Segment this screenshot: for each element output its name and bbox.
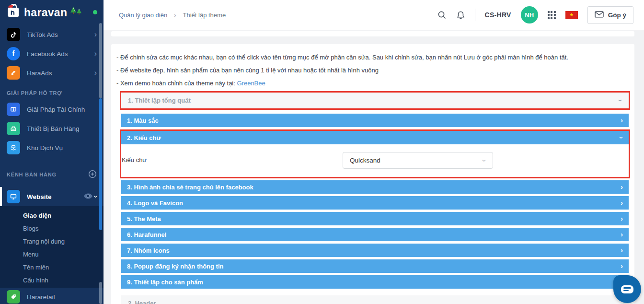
sidebar-item-hararetail[interactable]: Hararetail bbox=[0, 288, 104, 304]
sidebar-item-website[interactable]: Website bbox=[0, 187, 104, 206]
chevron-right-icon bbox=[621, 183, 623, 191]
font-family-select[interactable]: Quicksand bbox=[343, 152, 493, 169]
vietnam-flag-icon[interactable] bbox=[565, 11, 578, 19]
submenu-item-blogs[interactable]: Blogs bbox=[0, 222, 104, 235]
logo-wordmark: haravan bbox=[24, 6, 67, 19]
chat-bubble-icon bbox=[621, 285, 633, 293]
instruction-line-3: - Xem demo hoàn chỉnh của theme này tại:… bbox=[116, 79, 629, 88]
section-support-solutions: GIẢI PHÁP HỖ TRỢ bbox=[0, 82, 104, 100]
accordion-item-label: 4. Logo và Favicon bbox=[127, 199, 183, 207]
haravan-bag-icon bbox=[6, 4, 22, 21]
card-top-sliver bbox=[111, 31, 634, 36]
envelope-icon bbox=[595, 11, 604, 19]
sidebar: haravan TikTo bbox=[0, 0, 104, 304]
chevron-right-icon bbox=[621, 215, 623, 222]
accordion-item-label: 6. Harafunnel bbox=[127, 231, 166, 238]
chevron-right-icon bbox=[621, 117, 623, 124]
haravan-logo[interactable]: haravan bbox=[0, 0, 104, 25]
sidebar-item-pos-devices[interactable]: Thiết Bị Bán Hàng bbox=[0, 119, 104, 138]
theme-settings-card: - Để chỉnh sửa các mục khác nhau, bạn có… bbox=[111, 44, 634, 304]
chevron-down-icon bbox=[618, 137, 626, 139]
accordion-item-label: 9. Thiết lập cho sản phẩm bbox=[127, 279, 203, 286]
font-select-value: Quicksand bbox=[350, 157, 380, 164]
section-title: GIẢI PHÁP HỖ TRỢ bbox=[7, 90, 62, 96]
chevron-right-icon bbox=[94, 31, 97, 38]
section-sales-channels: KÊNH BÁN HÀNG bbox=[0, 157, 104, 183]
tiktok-icon bbox=[7, 28, 20, 41]
website-icon bbox=[7, 190, 20, 203]
submenu-item-menu[interactable]: Menu bbox=[0, 248, 104, 261]
accordion-item-facebook-share-image[interactable]: 3. Hình ảnh chia sẻ trang chủ lên facebo… bbox=[121, 180, 629, 194]
pos-device-icon bbox=[7, 122, 20, 135]
haraads-icon bbox=[7, 66, 20, 80]
chevron-right-icon bbox=[621, 199, 623, 207]
chat-widget-button[interactable] bbox=[613, 275, 641, 303]
hararetail-tag-icon bbox=[7, 290, 20, 304]
topbar-divider bbox=[475, 9, 475, 21]
facebook-icon: f bbox=[7, 47, 20, 60]
user-avatar[interactable]: NH bbox=[521, 6, 538, 23]
breadcrumb-separator-icon bbox=[174, 12, 176, 19]
accordion-item-harafunnel[interactable]: 6. Harafunnel bbox=[121, 228, 629, 241]
accordion-item-typography[interactable]: 2. Kiểu chữ bbox=[121, 131, 629, 144]
accordion-item-label: 2. Kiểu chữ bbox=[127, 134, 161, 141]
christmas-trees-icon bbox=[69, 5, 82, 20]
topbar: Quản lý giao diện Thiết lập theme CS-HRV… bbox=[104, 0, 644, 30]
add-channel-button[interactable] bbox=[88, 170, 97, 179]
sidebar-item-label: HaraAds bbox=[27, 70, 52, 77]
account-name[interactable]: CS-HRV bbox=[485, 11, 511, 19]
submenu-item-trang-noi-dung[interactable]: Trang nội dung bbox=[0, 235, 104, 248]
accordion: 1. Thiết lập tổng quát 1. Màu sắc 2. Kiể… bbox=[121, 91, 629, 304]
sidebar-item-label: Giải Pháp Tài Chính bbox=[27, 106, 85, 113]
accordion-group-label: 2. Header bbox=[128, 300, 156, 304]
accordion-item-icon-groups[interactable]: 7. Nhóm Icons bbox=[121, 244, 629, 257]
chevron-right-icon bbox=[621, 231, 623, 238]
sidebar-scrollbar[interactable] bbox=[99, 282, 102, 304]
online-status-dot bbox=[93, 10, 97, 14]
sidebar-item-haraads[interactable]: HaraAds bbox=[0, 63, 104, 82]
accordion-group-header[interactable]: 2. Header bbox=[121, 295, 629, 304]
accordion-item-label: 7. Nhóm Icons bbox=[127, 247, 170, 254]
main-content: - Để chỉnh sửa các mục khác nhau, bạn có… bbox=[104, 30, 644, 304]
sidebar-item-label: Hararetail bbox=[27, 293, 55, 301]
notifications-bell-icon[interactable] bbox=[456, 11, 465, 20]
sidebar-item-tiktok-ads[interactable]: TikTok Ads bbox=[0, 25, 104, 44]
sidebar-item-label: Thiết Bị Bán Hàng bbox=[27, 125, 80, 132]
services-icon bbox=[7, 141, 20, 154]
sidebar-item-label: Website bbox=[27, 193, 52, 200]
feedback-button-label: Góp ý bbox=[608, 12, 626, 19]
instruction-line-2: - Để website đẹp, hình sản phẩm của bạn … bbox=[116, 66, 629, 75]
breadcrumb-theme-setup: Thiết lập theme bbox=[183, 12, 226, 19]
submenu-item-cau-hinh[interactable]: Cấu hình bbox=[0, 274, 104, 287]
website-submenu: Giao diện Blogs Trang nội dung Menu Tên … bbox=[0, 206, 104, 288]
apps-grid-icon[interactable] bbox=[548, 11, 556, 19]
chevron-right-icon bbox=[621, 246, 623, 254]
sidebar-item-label: Kho Dịch Vụ bbox=[27, 144, 63, 152]
submenu-item-giao-dien[interactable]: Giao diện bbox=[0, 209, 104, 222]
accordion-item-signup-popup[interactable]: 8. Popup đăng ký nhận thông tin bbox=[121, 259, 629, 273]
section-title: KÊNH BÁN HÀNG bbox=[7, 172, 57, 177]
theme-settings-page: haravan TikTo bbox=[0, 0, 644, 304]
sidebar-item-finance[interactable]: $ Giải Pháp Tài Chính bbox=[0, 100, 104, 119]
accordion-item-logo-favicon[interactable]: 4. Logo và Favicon bbox=[121, 196, 629, 210]
accordion-item-colors[interactable]: 1. Màu sắc bbox=[121, 114, 629, 127]
sidebar-scrollbar[interactable] bbox=[99, 23, 102, 98]
accordion-group-general[interactable]: 1. Thiết lập tổng quát bbox=[121, 93, 629, 108]
chevron-down-icon[interactable] bbox=[91, 195, 100, 198]
breadcrumb-theme-manager[interactable]: Quản lý giao diện bbox=[119, 12, 167, 19]
accordion-item-label: 3. Hình ảnh chia sẻ trang chủ lên facebo… bbox=[127, 184, 253, 191]
sidebar-item-facebook-ads[interactable]: f Facebook Ads bbox=[0, 44, 104, 63]
breadcrumb: Quản lý giao diện Thiết lập theme bbox=[119, 12, 226, 19]
accordion-item-product-settings[interactable]: 9. Thiết lập cho sản phẩm bbox=[121, 275, 629, 289]
demo-text: - Xem demo hoàn chỉnh của theme này tại: bbox=[116, 80, 237, 87]
submenu-item-ten-mien[interactable]: Tên miền bbox=[0, 261, 104, 274]
feedback-button[interactable]: Góp ý bbox=[587, 6, 633, 24]
sidebar-scrollbar-thumb[interactable] bbox=[99, 98, 102, 230]
greenbee-demo-link[interactable]: GreenBee bbox=[237, 80, 265, 87]
sidebar-item-service-store[interactable]: Kho Dịch Vụ bbox=[0, 138, 104, 157]
search-icon[interactable] bbox=[437, 11, 447, 20]
active-indicator bbox=[0, 187, 2, 206]
accordion-item-meta-tags[interactable]: 5. Thẻ Meta bbox=[121, 212, 629, 225]
accordion-item-label: 8. Popup đăng ký nhận thông tin bbox=[127, 263, 224, 270]
accordion-group-label: 1. Thiết lập tổng quát bbox=[128, 97, 191, 104]
